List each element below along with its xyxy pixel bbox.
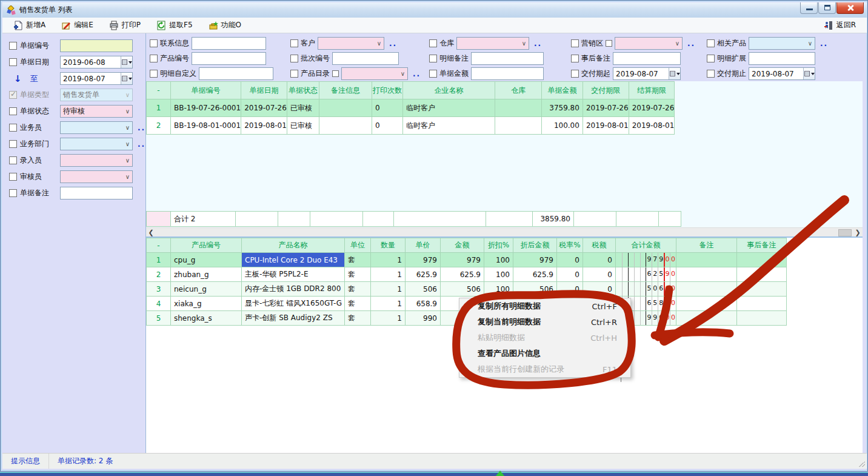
column-header[interactable]: 单据日期: [241, 82, 287, 99]
top-filter-field[interactable]: ∨: [318, 37, 384, 50]
top-filter-field[interactable]: [471, 67, 544, 80]
top-filter-field[interactable]: ∨: [456, 37, 529, 50]
column-header[interactable]: 打印次数: [372, 82, 402, 99]
column-header[interactable]: 单位: [345, 238, 371, 253]
filter-checkbox[interactable]: [571, 70, 579, 78]
context-menu-item-2[interactable]: 复制当前明细数据Ctrl+R: [459, 314, 630, 330]
column-header[interactable]: 产品编号: [171, 238, 242, 253]
filter-checkbox[interactable]: [9, 124, 17, 132]
column-header[interactable]: 备注: [676, 238, 737, 253]
table-row[interactable]: 2BB-19-08-01-00012019-08-01已审核0临时客户100.0…: [147, 117, 675, 135]
filter-checkbox[interactable]: [9, 140, 17, 148]
filter-checkbox[interactable]: [9, 189, 17, 197]
column-header[interactable]: 企业名称: [402, 82, 495, 99]
toolbar-button-3[interactable]: 打印P: [103, 18, 147, 32]
filter-checkbox[interactable]: [429, 70, 437, 78]
filter-checkbox[interactable]: [571, 55, 579, 62]
minimize-button[interactable]: [800, 2, 818, 14]
more-dots-button[interactable]: ..: [389, 39, 397, 48]
sidebar-filter-field[interactable]: [60, 39, 133, 52]
return-button[interactable]: 返回R: [818, 18, 862, 32]
filter-checkbox[interactable]: [9, 58, 17, 66]
column-header[interactable]: 金额: [441, 238, 484, 253]
filter-checkbox[interactable]: [707, 70, 715, 78]
filter-checkbox[interactable]: [707, 55, 715, 62]
more-dots-button[interactable]: ..: [820, 39, 828, 48]
more-dots-button[interactable]: ..: [413, 70, 421, 78]
sidebar-filter-field[interactable]: ∨: [60, 170, 133, 183]
calendar-dropdown-button[interactable]: [121, 73, 132, 84]
sidebar-filter-field[interactable]: ∨: [60, 138, 133, 150]
top-filter-field[interactable]: ∨: [615, 37, 683, 50]
column-header[interactable]: 单据金额: [541, 82, 583, 99]
top-filter-field[interactable]: [613, 52, 681, 65]
more-dots-button[interactable]: ..: [138, 140, 145, 149]
filter-checkbox[interactable]: [429, 39, 437, 47]
toolbar-button-4[interactable]: 提取F5: [150, 18, 199, 32]
calendar-dropdown-button[interactable]: [803, 68, 815, 79]
top-filter-field[interactable]: [332, 52, 399, 65]
column-header[interactable]: 产品名称: [242, 238, 345, 253]
top-filter-field[interactable]: [192, 52, 266, 65]
top-filter-field[interactable]: ∨: [749, 37, 815, 50]
sidebar-filter-field[interactable]: 2019-08-07: [60, 72, 133, 85]
filter-checkbox[interactable]: [290, 55, 298, 62]
filter-checkbox[interactable]: [707, 39, 715, 47]
column-header[interactable]: 税额: [583, 238, 616, 253]
column-header[interactable]: 交付期限: [583, 82, 629, 99]
column-header[interactable]: 单据编号: [171, 82, 241, 99]
top-filter-field[interactable]: 2019-08-07: [749, 67, 815, 80]
table-row[interactable]: 3neicun_g内存-金士顿 1GB DDR2 800套15065061005…: [147, 282, 787, 297]
filter-checkbox[interactable]: [9, 173, 17, 181]
column-header[interactable]: 仓库: [495, 82, 541, 99]
column-header[interactable]: 备注信息: [319, 82, 372, 99]
maximize-button[interactable]: [818, 2, 836, 14]
sidebar-filter-field[interactable]: 待审核∨: [60, 105, 133, 118]
table-row[interactable]: 1BB-19-07-26-00012019-07-26已审核0临时客户3759.…: [147, 99, 675, 117]
top-filter-field[interactable]: [471, 52, 544, 65]
column-header[interactable]: 结算期限: [629, 82, 675, 99]
filter-checkbox[interactable]: [290, 39, 298, 47]
top-filter-field[interactable]: 2019-08-07: [613, 67, 681, 80]
sidebar-filter-field[interactable]: [60, 187, 133, 199]
toolbar-button-5[interactable]: 功能O: [202, 18, 247, 32]
filter-checkbox[interactable]: [290, 70, 298, 78]
close-button[interactable]: [836, 2, 864, 14]
table-row[interactable]: 1cpu_gCPU-Intel Core 2 Duo E43套197997910…: [147, 253, 787, 267]
resize-grip[interactable]: [859, 461, 865, 467]
context-menu-item-4[interactable]: 查看产品图片信息: [459, 346, 630, 361]
column-header[interactable]: -: [147, 82, 171, 99]
mini-checkbox[interactable]: [332, 70, 339, 77]
toolbar-button-1[interactable]: 新增A: [7, 18, 52, 32]
top-filter-field[interactable]: [749, 52, 815, 65]
sidebar-filter-field[interactable]: ∨: [60, 154, 133, 167]
filter-checkbox[interactable]: [9, 107, 17, 115]
filter-checkbox[interactable]: [9, 156, 17, 164]
column-header[interactable]: 合计金额: [616, 238, 676, 253]
filter-checkbox[interactable]: [571, 39, 579, 47]
scrollbar-thumb[interactable]: [838, 229, 852, 236]
filter-checkbox[interactable]: [150, 70, 158, 78]
sidebar-filter-field[interactable]: 2019-06-08: [60, 56, 133, 69]
calendar-dropdown-button[interactable]: [121, 56, 132, 68]
more-dots-button[interactable]: ..: [534, 39, 542, 48]
toolbar-button-2[interactable]: 编辑E: [55, 18, 99, 32]
sidebar-filter-field[interactable]: ∨: [60, 121, 133, 134]
more-dots-button[interactable]: ..: [138, 124, 145, 132]
column-header[interactable]: 单据状态: [287, 82, 319, 99]
top-filter-field[interactable]: ∨: [341, 67, 408, 80]
filter-checkbox[interactable]: [9, 42, 17, 50]
mini-checkbox[interactable]: [606, 40, 612, 47]
column-header[interactable]: 折扣%: [484, 238, 513, 253]
filter-checkbox[interactable]: [150, 39, 158, 47]
column-header[interactable]: 数量: [371, 238, 406, 253]
horizontal-scrollbar[interactable]: ❮ ❯: [146, 227, 863, 237]
filter-checkbox[interactable]: [150, 55, 158, 62]
column-header[interactable]: 税率%: [557, 238, 583, 253]
filter-checkbox[interactable]: [429, 55, 437, 62]
column-header[interactable]: 单价: [406, 238, 441, 253]
table-row[interactable]: 2zhuban_g主板-华硕 P5PL2-E套1625.9625.9100625…: [147, 267, 787, 282]
column-header[interactable]: 折后金额: [513, 238, 557, 253]
column-header[interactable]: 事后备注: [737, 238, 787, 253]
column-header[interactable]: -: [147, 238, 171, 253]
